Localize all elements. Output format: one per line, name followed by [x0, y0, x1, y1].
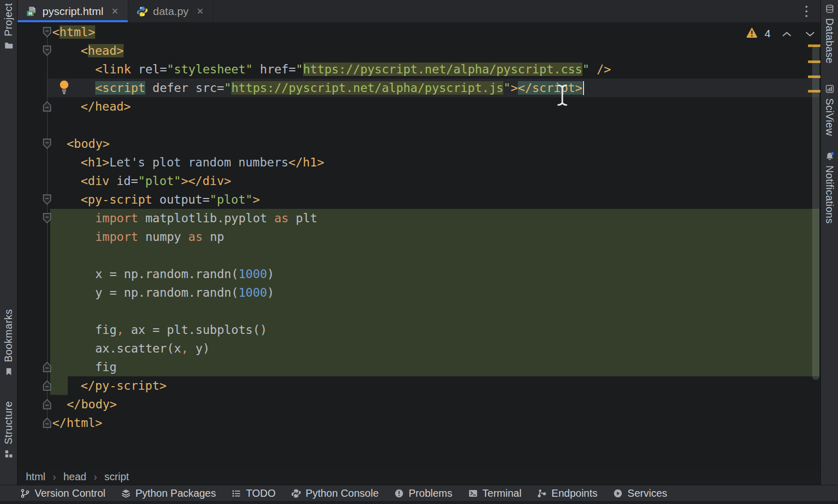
kebab-menu-icon[interactable]	[801, 4, 812, 19]
sidebar-item-bookmarks[interactable]: Bookmarks	[0, 309, 17, 376]
fold-collapse-icon[interactable]	[42, 138, 52, 149]
status-terminal[interactable]: Terminal	[460, 485, 530, 501]
packages-icon	[121, 488, 131, 498]
code-line[interactable]: <py-script output="plot">	[50, 190, 819, 209]
status-bar: Version Control Python Packages TODO Pyt…	[0, 485, 838, 501]
next-warning-chevron-down-icon[interactable]	[805, 27, 815, 40]
python-console-icon	[291, 488, 301, 498]
terminal-icon	[468, 488, 478, 498]
code-line[interactable]: </py-script>	[50, 376, 819, 395]
breadcrumb-item-script[interactable]: script	[104, 471, 129, 483]
status-todo[interactable]: TODO	[223, 485, 283, 501]
window-bottom-edge	[0, 501, 838, 504]
breadcrumb-item-head[interactable]: head	[63, 471, 86, 483]
code-line[interactable]	[50, 116, 819, 134]
structure-icon	[4, 449, 13, 459]
code-line[interactable]: <head>	[50, 41, 819, 60]
sidebar-item-structure[interactable]: Structure	[0, 401, 17, 459]
inspections-widget[interactable]: 4	[746, 27, 815, 40]
code-line[interactable]: ax.scatter(x, y)	[50, 339, 819, 358]
status-version-control[interactable]: Version Control	[12, 485, 113, 501]
fold-collapse-icon[interactable]	[42, 194, 52, 205]
editor-tab-bar: H pyscript.html × data.py ×	[18, 0, 821, 22]
sciview-icon	[825, 84, 834, 94]
warning-triangle-icon	[746, 27, 758, 40]
fold-collapse-icon[interactable]	[42, 45, 52, 56]
code-line[interactable]: import matplotlib.pyplot as plt	[50, 209, 819, 227]
code-line[interactable]: <div id="plot"></div>	[50, 172, 819, 190]
code-editor[interactable]: <html><head><link rel="stylesheet" href=…	[18, 22, 821, 468]
python-file-icon	[137, 6, 148, 17]
status-problems[interactable]: Problems	[386, 485, 460, 501]
status-endpoints[interactable]: Endpoints	[529, 485, 605, 501]
todo-list-icon	[231, 488, 241, 498]
vertical-scrollbar[interactable]	[812, 45, 819, 380]
database-label: Database	[824, 18, 835, 64]
status-label: Python Console	[306, 487, 379, 499]
sidebar-item-database[interactable]: Database	[821, 4, 838, 64]
sidebar-item-project[interactable]: Project	[0, 3, 17, 50]
code-line[interactable]: y = np.random.randn(1000)	[50, 283, 819, 302]
tab-data-py[interactable]: data.py ×	[128, 0, 214, 22]
status-label: Python Packages	[136, 487, 216, 499]
chevron-right-icon: ›	[94, 471, 97, 483]
intention-lightbulb-icon[interactable]	[58, 80, 70, 95]
bookmark-icon	[4, 367, 13, 376]
bookmarks-label: Bookmarks	[3, 309, 14, 362]
status-label: Services	[627, 487, 667, 499]
folder-icon	[4, 41, 13, 50]
tab-label: data.py	[153, 5, 189, 18]
code-line[interactable]: </html>	[50, 414, 819, 432]
tab-label: pyscript.html	[42, 5, 103, 18]
left-tool-strip: Project Bookmarks Structure	[0, 0, 18, 485]
code-line[interactable]: x = np.random.randn(1000)	[50, 265, 819, 283]
branch-icon	[20, 488, 30, 498]
status-label: Version Control	[35, 487, 106, 499]
status-python-packages[interactable]: Python Packages	[113, 485, 224, 501]
code-line[interactable]: import numpy as np	[50, 227, 819, 246]
problems-icon	[394, 488, 404, 498]
code-line[interactable]: fig	[50, 358, 819, 376]
status-services[interactable]: Services	[605, 485, 675, 501]
sciview-label: SciView	[824, 98, 835, 136]
fold-end-icon[interactable]	[42, 399, 52, 410]
status-label: Endpoints	[551, 487, 597, 499]
notifications-label: Notifications	[824, 165, 835, 224]
code-line[interactable]	[50, 246, 819, 265]
structure-label: Structure	[3, 401, 14, 445]
code-line[interactable]: <body>	[50, 134, 819, 153]
text-caret	[583, 81, 584, 95]
fold-end-icon[interactable]	[42, 361, 52, 373]
breadcrumb: html › head › script	[18, 468, 821, 485]
html-file-icon: H	[26, 6, 37, 17]
fold-end-icon[interactable]	[42, 380, 52, 391]
endpoints-icon	[537, 488, 547, 498]
right-tool-strip: Database SciView Notifications	[820, 0, 838, 485]
code-line[interactable]: </head>	[50, 97, 819, 116]
status-label: Problems	[409, 487, 452, 499]
close-icon[interactable]: ×	[194, 6, 204, 17]
warning-count: 4	[765, 27, 771, 40]
code-line[interactable]: <link rel="stylesheet" href="https://pys…	[50, 60, 819, 79]
breadcrumb-item-html[interactable]: html	[26, 471, 46, 483]
code-line[interactable]: <html>	[50, 23, 819, 41]
fold-collapse-icon[interactable]	[42, 26, 52, 38]
sidebar-item-sciview[interactable]: SciView	[821, 84, 838, 136]
fold-collapse-icon[interactable]	[42, 212, 52, 224]
close-icon[interactable]: ×	[109, 6, 118, 17]
bell-icon	[825, 151, 834, 161]
tab-pyscript-html[interactable]: H pyscript.html ×	[18, 0, 128, 22]
status-python-console[interactable]: Python Console	[283, 485, 386, 501]
code-line[interactable]: </body>	[50, 395, 819, 414]
status-label: TODO	[246, 487, 275, 499]
fold-end-icon[interactable]	[42, 417, 52, 429]
fold-end-icon[interactable]	[42, 101, 52, 112]
prev-warning-chevron-up-icon[interactable]	[782, 27, 792, 40]
sidebar-item-notifications[interactable]: Notifications	[821, 151, 838, 224]
code-line[interactable]: fig, ax = plt.subplots()	[50, 320, 819, 339]
code-line[interactable]: <script defer src="https://pyscript.net/…	[48, 79, 819, 97]
code-line[interactable]: <h1>Let's plot random numbers</h1>	[50, 153, 819, 172]
status-label: Terminal	[483, 487, 522, 499]
code-line[interactable]	[50, 302, 819, 320]
database-icon	[825, 4, 834, 13]
